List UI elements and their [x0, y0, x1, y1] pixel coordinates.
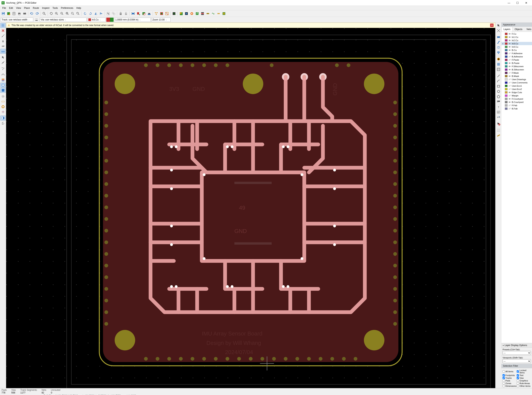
- layer-row-b-courtyard[interactable]: B.Courtyard: [501, 100, 532, 104]
- tune-length-icon[interactable]: [496, 50, 501, 55]
- select-tool-icon[interactable]: [496, 23, 501, 28]
- page-settings-icon[interactable]: [11, 11, 16, 16]
- millimeters-icon[interactable]: mm: [0, 49, 6, 54]
- layer-row-b-cu[interactable]: B.Cu: [501, 48, 532, 52]
- layer-visibility-icon[interactable]: [508, 33, 511, 35]
- layer-swatch[interactable]: [505, 75, 508, 77]
- filter-pads[interactable]: Pads: [503, 379, 517, 382]
- filter-other-items[interactable]: Other items: [517, 385, 531, 387]
- refresh-icon[interactable]: [49, 11, 54, 16]
- zoom-fit-icon[interactable]: [65, 11, 70, 16]
- zone-display-icon[interactable]: [0, 83, 6, 88]
- layer-swatch[interactable]: [505, 39, 508, 42]
- rotate-cw-icon[interactable]: [88, 11, 93, 16]
- layer-visibility-icon[interactable]: [508, 78, 511, 81]
- menu-file[interactable]: File: [1, 6, 7, 10]
- plugin-8-icon[interactable]: [222, 11, 226, 16]
- show-ratsnest-icon[interactable]: [154, 11, 159, 16]
- layer-row-user-eco1[interactable]: User.Eco1: [501, 84, 532, 88]
- scripting-console-icon[interactable]: >_: [172, 11, 177, 16]
- lock-icon[interactable]: [118, 11, 123, 16]
- layer-visibility-icon[interactable]: [508, 52, 511, 55]
- draw-circle-icon[interactable]: [496, 89, 501, 94]
- filter-locked-items[interactable]: Locked items: [517, 369, 531, 374]
- layer-swatch[interactable]: [505, 82, 508, 84]
- filter-all-items[interactable]: All items: [503, 369, 517, 374]
- via-display-icon[interactable]: [0, 94, 6, 99]
- mirror-h-icon[interactable]: [99, 11, 104, 16]
- layer-display-options[interactable]: Layer Display Options: [501, 343, 532, 347]
- menu-edit[interactable]: Edit: [7, 6, 15, 10]
- layer-visibility-icon[interactable]: [508, 36, 511, 38]
- set-origin-icon[interactable]: [496, 128, 501, 133]
- grid-combo[interactable]: 1.0000 mm (0.0394 in): [114, 18, 151, 22]
- cursor-shape-icon[interactable]: [0, 55, 6, 60]
- layer-swatch[interactable]: [505, 85, 508, 87]
- place-footprint-icon[interactable]: [496, 35, 501, 40]
- layer-visibility-icon[interactable]: [508, 104, 511, 107]
- layer-visibility-icon[interactable]: [508, 55, 511, 58]
- place-zone-icon[interactable]: [496, 62, 501, 67]
- mirror-v-icon[interactable]: [93, 11, 98, 16]
- text-display-icon[interactable]: [0, 110, 6, 114]
- layer-swatch[interactable]: [505, 36, 508, 38]
- plugin-5-icon[interactable]: [205, 11, 210, 16]
- mils-icon[interactable]: mil: [0, 44, 6, 49]
- pcb-canvas[interactable]: 3V3 GND GND 49 GND IMU Array Sensor Boar…: [6, 28, 495, 388]
- layer-pair-swatch[interactable]: [106, 18, 114, 22]
- layer-visibility-icon[interactable]: [508, 101, 511, 104]
- place-dimension-icon[interactable]: [496, 115, 501, 120]
- layer-visibility-icon[interactable]: [508, 62, 511, 65]
- grid-icon[interactable]: [179, 11, 184, 16]
- layer-swatch[interactable]: [505, 104, 508, 107]
- menu-inspect[interactable]: Inspect: [41, 6, 51, 10]
- grid-override-icon[interactable]: [0, 28, 6, 33]
- menu-route[interactable]: Route: [31, 6, 41, 10]
- save-icon[interactable]: [1, 11, 6, 16]
- track-width-combo[interactable]: Track: use netclass width: [1, 18, 33, 22]
- measure-tool-icon[interactable]: [496, 133, 501, 138]
- group-icon[interactable]: [106, 11, 111, 16]
- via-size-combo[interactable]: Via: use netclass sizes: [40, 18, 87, 22]
- layer-row-f-adhesive[interactable]: F.Adhesive: [501, 52, 532, 55]
- draw-line-icon[interactable]: [496, 73, 501, 78]
- draw-polygon-icon[interactable]: [496, 94, 501, 99]
- layer-visibility-icon[interactable]: [508, 45, 511, 48]
- layer-row-b-paste[interactable]: B.Paste: [501, 61, 532, 65]
- plugin-2-icon[interactable]: [189, 11, 194, 16]
- layer-visibility-icon[interactable]: [508, 42, 511, 45]
- layer-swatch[interactable]: [505, 43, 508, 45]
- layer-visibility-icon[interactable]: [508, 65, 511, 68]
- layer-swatch[interactable]: [505, 98, 508, 100]
- route-diff-pair-icon[interactable]: [496, 45, 501, 50]
- plugin-7-icon[interactable]: [216, 11, 221, 16]
- layer-row-in2-cu[interactable]: In2.Cu: [501, 39, 532, 42]
- layer-row-edge-cuts[interactable]: Edge.Cuts: [501, 91, 532, 94]
- place-via-icon[interactable]: [496, 57, 501, 62]
- layer-row-in4-cu[interactable]: In4.Cu: [501, 45, 532, 48]
- layer-visibility-icon[interactable]: [508, 71, 511, 74]
- always-show-cursor-icon[interactable]: [0, 60, 6, 65]
- tab-nets[interactable]: Nets: [525, 27, 532, 32]
- layer-swatch[interactable]: [505, 46, 508, 48]
- zoom-combo[interactable]: Zoom 13.00: [152, 18, 171, 22]
- tab-layers[interactable]: Layers: [501, 27, 512, 32]
- layer-combo[interactable]: In3.Cu: [87, 18, 106, 22]
- find-icon[interactable]: [42, 11, 47, 16]
- pad-display-icon[interactable]: [0, 88, 6, 93]
- route-track-icon[interactable]: [496, 40, 501, 45]
- curved-ratsnest-icon[interactable]: [0, 71, 6, 76]
- zoom-selection-icon[interactable]: [70, 11, 75, 16]
- layer-swatch[interactable]: [505, 62, 508, 64]
- layer-swatch[interactable]: [505, 94, 508, 97]
- draw-rect-icon[interactable]: [496, 84, 501, 89]
- layer-row-f-cu[interactable]: F.Cu: [501, 32, 532, 35]
- filter-vias[interactable]: Vias: [517, 377, 531, 379]
- inches-icon[interactable]: in: [0, 38, 6, 44]
- filter-zones[interactable]: Zones: [503, 382, 517, 385]
- maximize-button[interactable]: ☐: [513, 0, 522, 6]
- banner-close-icon[interactable]: ✕: [490, 23, 494, 27]
- layer-visibility-icon[interactable]: [508, 98, 511, 100]
- show-grid-icon[interactable]: [0, 23, 6, 28]
- fill-zones-icon[interactable]: [159, 11, 164, 16]
